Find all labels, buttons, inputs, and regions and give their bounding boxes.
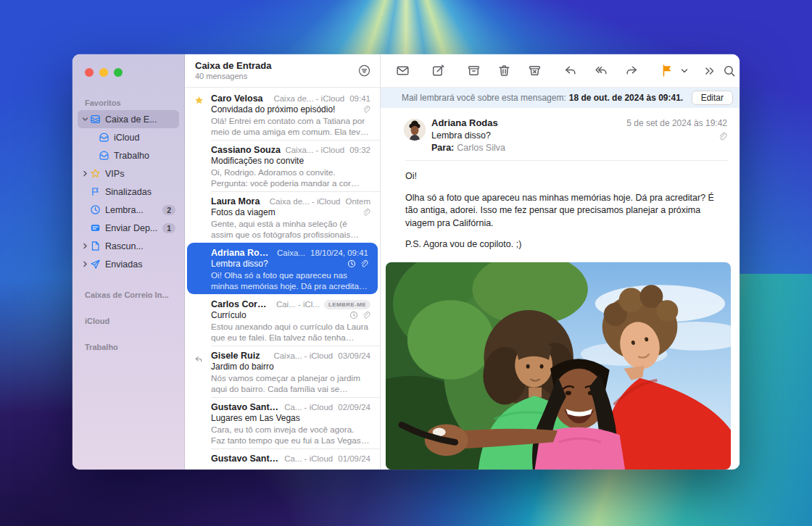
compose-button[interactable] — [431, 63, 446, 78]
email-mailbox: Caixa... - iCloud — [273, 351, 333, 360]
zoom-window-button[interactable] — [114, 68, 123, 77]
mailbox-icon — [98, 150, 110, 161]
sidebar-section-icloud[interactable]: iCloud — [85, 317, 184, 325]
sidebar-item-send-later[interactable]: Enviar Dep... 1 — [78, 219, 179, 237]
minimize-window-button[interactable] — [99, 68, 108, 77]
chevron-down-icon[interactable] — [80, 116, 89, 122]
email-list-item[interactable]: Gustavo SantanaCa... - iCloud02/09/24 Lu… — [185, 397, 380, 448]
email-date: 01/09/24 — [338, 454, 370, 463]
sidebar-item-flagged[interactable]: Sinalizadas — [78, 183, 179, 201]
message-list: Caixa de Entrada 40 mensagens Caro Velos… — [185, 54, 381, 469]
sidebar-item-sent[interactable]: Enviadas — [78, 255, 179, 273]
email-mailbox: Caixa... — [277, 249, 305, 257]
sidebar-item-work-inbox[interactable]: Trabalho — [78, 146, 179, 164]
sender-avatar[interactable] — [404, 119, 426, 141]
reminder-date: 18 de out. de 2024 às 09:41. — [569, 93, 683, 103]
replied-arrow-icon — [194, 354, 203, 367]
message-photo[interactable] — [386, 262, 731, 470]
reply-all-button[interactable] — [593, 63, 609, 78]
email-sender: Gisele Ruiz — [211, 351, 269, 361]
attachment-paperclip-icon[interactable] — [626, 132, 727, 141]
email-date: 18/10/24, 09:41 — [310, 249, 368, 257]
email-preview: Estou anexando aqui o currículo da Laura… — [211, 321, 370, 343]
mailbox-icon — [98, 132, 110, 143]
email-preview: Oi! Olha só a foto que apareceu nas minh… — [211, 270, 368, 292]
email-list-item[interactable]: Caro VelosaCaixa de... - iCloud09:41 Con… — [185, 88, 380, 140]
filter-button[interactable] — [357, 64, 371, 80]
sidebar: Favoritos Caixa de E... — [72, 54, 185, 469]
sidebar-item-icloud-inbox[interactable]: iCloud — [78, 128, 179, 146]
get-mail-button[interactable] — [395, 63, 410, 78]
flag-button[interactable] — [660, 63, 675, 78]
message-count: 40 mensagens — [195, 72, 357, 80]
email-list-item[interactable]: Laura MoraCaixa de... - iCloudOntem Foto… — [185, 191, 380, 243]
email-mailbox: Caixa... - iCloud — [285, 146, 344, 154]
email-preview: Oi, Rodrigo. Adoramos o convite. Pergunt… — [211, 167, 370, 189]
chevron-right-icon[interactable] — [80, 243, 89, 249]
sidebar-section-smart-mailboxes[interactable]: Caixas de Correio In... — [85, 291, 184, 299]
unread-badge: 1 — [162, 223, 175, 233]
email-list-item[interactable]: Carlos CordeiroCai... - iCl...LEMBRE-ME … — [185, 294, 380, 346]
sidebar-item-label: VIPs — [105, 169, 175, 179]
email-sender: Gustavo Santana — [211, 402, 280, 412]
trash-button[interactable] — [497, 63, 512, 78]
email-subject: Modificações no convite — [211, 156, 370, 166]
sidebar-item-label: Enviadas — [105, 259, 175, 270]
desktop: Favoritos Caixa de E... — [0, 0, 812, 526]
message-recipient[interactable]: Carlos Silva — [457, 143, 505, 153]
chevron-right-icon[interactable] — [80, 170, 89, 177]
paperclip-icon — [362, 311, 370, 320]
email-mailbox: Caixa de... - iCloud — [273, 94, 344, 103]
archive-button[interactable] — [466, 63, 481, 78]
close-window-button[interactable] — [85, 68, 94, 77]
sidebar-item-inbox[interactable]: Caixa de E... — [78, 110, 179, 128]
document-icon — [89, 241, 102, 251]
email-sender: Adriana Rodas — [211, 248, 273, 258]
sidebar-item-label: Enviar Dep... — [105, 223, 162, 233]
sidebar-item-label: Trabalho — [114, 151, 175, 161]
email-sender: Gustavo Santana — [211, 454, 280, 464]
email-list-item[interactable]: Gustavo SantanaCa... - iCloud01/09/24 — [185, 448, 380, 469]
search-button[interactable] — [722, 64, 737, 78]
window-controls — [72, 59, 184, 77]
star-icon — [194, 95, 204, 108]
sidebar-item-label: Rascun... — [105, 241, 175, 251]
email-list-item[interactable]: Gisele RuizCaixa... - iCloud03/09/24 Jar… — [185, 346, 380, 397]
mail-window: Favoritos Caixa de E... — [72, 54, 740, 469]
edit-reminder-button[interactable]: Editar — [692, 91, 733, 105]
message-pane: Mail lembrará você sobre esta mensagem: … — [381, 54, 740, 469]
message-date: 5 de set de 2024 às 19:42 — [626, 118, 727, 128]
email-list-item[interactable]: Cassiano SouzaCaixa... - iCloud09:32 Mod… — [185, 140, 380, 191]
email-preview: Olá! Entrei em contato com a Tatiana por… — [211, 115, 370, 138]
email-mailbox: Cai... - iCl... — [276, 300, 320, 309]
sidebar-section-work[interactable]: Trabalho — [85, 343, 184, 351]
star-icon — [89, 168, 102, 179]
body-paragraph: P.S. Agora vou de copiloto. ;) — [405, 238, 726, 251]
sidebar-item-remind-me[interactable]: Lembra... 2 — [78, 201, 179, 219]
email-subject: Jardim do bairro — [211, 362, 370, 372]
email-subject: Fotos da viagem — [211, 207, 362, 217]
flag-chevron-icon[interactable] — [681, 68, 688, 74]
email-subject: Lugares em Las Vegas — [211, 413, 370, 423]
email-sender: Cassiano Souza — [211, 145, 281, 155]
body-paragraph: Olha só a foto que apareceu nas minhas m… — [405, 192, 726, 230]
email-sender: Carlos Cordeiro — [211, 299, 272, 309]
email-date: 09:41 — [349, 94, 370, 103]
junk-button[interactable] — [527, 63, 542, 78]
sidebar-section-favorites[interactable]: Favoritos — [85, 99, 184, 107]
sidebar-item-vips[interactable]: VIPs — [78, 164, 179, 183]
email-mailbox: Ca... - iCloud — [284, 454, 333, 463]
reply-button[interactable] — [563, 63, 578, 78]
paperclip-icon — [360, 259, 368, 268]
forward-button[interactable] — [624, 63, 639, 78]
mailbox-title: Caixa de Entrada — [195, 60, 357, 71]
email-mailbox: Ca... - iCloud — [284, 403, 333, 412]
reminder-banner: Mail lembrará você sobre esta mensagem: … — [381, 88, 740, 108]
chevron-right-icon[interactable] — [80, 261, 89, 267]
email-preview: Cara, eu tô com inveja de você agora. Fa… — [211, 424, 370, 446]
send-later-icon — [89, 222, 102, 233]
more-toolbar-items-button[interactable] — [703, 64, 716, 78]
email-list-item-selected[interactable]: Adriana RodasCaixa...18/10/24, 09:41 Lem… — [187, 243, 378, 294]
reminder-text: Mail lembrará você sobre esta mensagem: — [402, 93, 566, 103]
sidebar-item-drafts[interactable]: Rascun... — [78, 237, 179, 255]
